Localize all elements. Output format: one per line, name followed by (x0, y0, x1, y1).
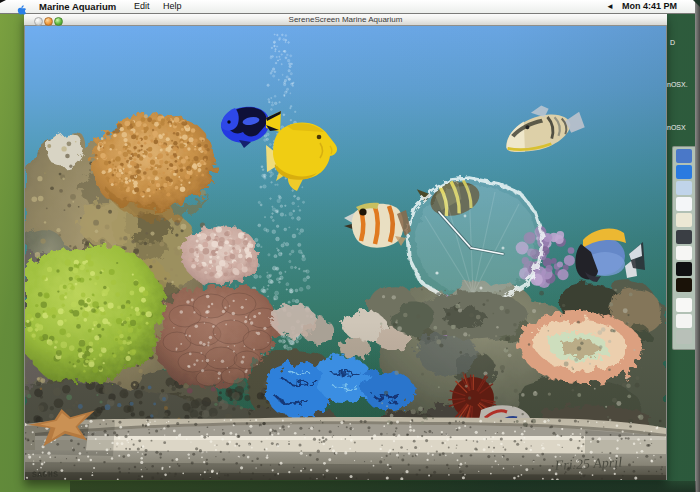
svg-text:SACHS: SACHS (32, 470, 59, 479)
